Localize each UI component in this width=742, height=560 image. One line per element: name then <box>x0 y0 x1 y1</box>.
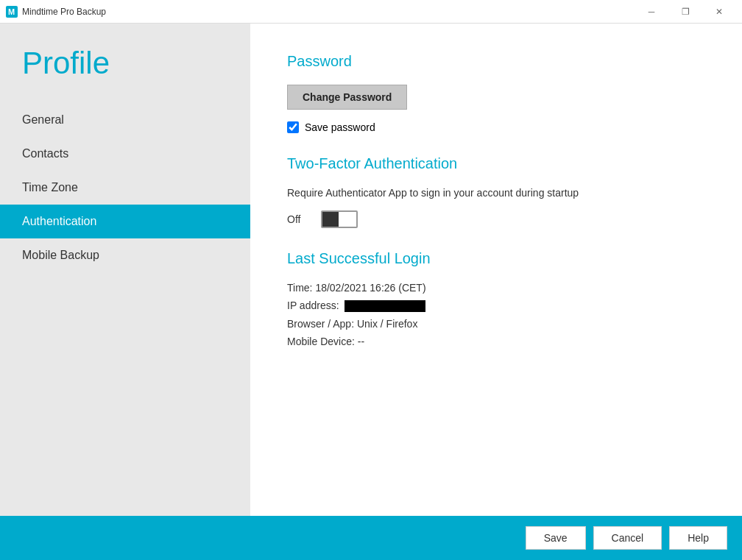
two-factor-section: Two-Factor Authentication Require Authen… <box>287 155 705 228</box>
login-mobile-row: Mobile Device: -- <box>287 336 705 347</box>
app-logo-icon: M <box>6 6 18 18</box>
login-mobile-value: -- <box>358 336 364 347</box>
save-password-checkbox[interactable] <box>287 121 299 133</box>
restore-button[interactable]: ❐ <box>668 0 702 24</box>
login-ip-value <box>344 300 425 312</box>
main-container: Profile General Contacts Time Zone Authe… <box>0 24 742 516</box>
cancel-button[interactable]: Cancel <box>593 526 662 550</box>
toggle-off-label: Off <box>287 213 309 225</box>
login-ip-label: IP address: <box>287 300 339 311</box>
window-controls: ─ ❐ ✕ <box>635 0 736 24</box>
minimize-button[interactable]: ─ <box>635 0 668 24</box>
titlebar-left: M Mindtime Pro Backup <box>6 6 106 18</box>
login-browser-value: Unix / Firefox <box>357 318 417 330</box>
toggle-row: Off <box>287 210 705 228</box>
password-section: Password Change Password Save password <box>287 53 705 133</box>
change-password-button[interactable]: Change Password <box>287 85 407 110</box>
sidebar-item-contacts[interactable]: Contacts <box>0 137 250 171</box>
two-factor-toggle[interactable] <box>321 210 358 228</box>
login-time-row: Time: 18/02/2021 16:26 (CET) <box>287 282 705 294</box>
titlebar: M Mindtime Pro Backup ─ ❐ ✕ <box>0 0 742 24</box>
last-login-title: Last Successful Login <box>287 250 705 267</box>
two-factor-title: Two-Factor Authentication <box>287 155 705 172</box>
save-button[interactable]: Save <box>526 526 586 550</box>
app-title: Mindtime Pro Backup <box>22 7 106 17</box>
login-browser-row: Browser / App: Unix / Firefox <box>287 318 705 330</box>
password-section-title: Password <box>287 53 705 70</box>
login-mobile-label: Mobile Device: <box>287 336 355 347</box>
login-ip-row: IP address: <box>287 300 705 312</box>
sidebar-item-timezone[interactable]: Time Zone <box>0 171 250 205</box>
two-factor-description: Require Authenticator App to sign in you… <box>287 187 705 199</box>
sidebar-title: Profile <box>0 38 250 103</box>
footer: Save Cancel Help <box>0 516 742 560</box>
sidebar-item-mobile-backup[interactable]: Mobile Backup <box>0 238 250 272</box>
sidebar-item-general[interactable]: General <box>0 103 250 137</box>
login-time-label: Time: <box>287 282 312 294</box>
save-password-row: Save password <box>287 121 705 133</box>
content-area: Password Change Password Save password T… <box>250 24 742 516</box>
save-password-label: Save password <box>305 121 375 133</box>
login-time-value: 18/02/2021 16:26 (CET) <box>315 282 425 294</box>
last-login-section: Last Successful Login Time: 18/02/2021 1… <box>287 250 705 347</box>
login-browser-label: Browser / App: <box>287 318 354 330</box>
svg-text:M: M <box>8 7 15 16</box>
close-button[interactable]: ✕ <box>702 0 736 24</box>
login-info: Time: 18/02/2021 16:26 (CET) IP address:… <box>287 282 705 347</box>
sidebar: Profile General Contacts Time Zone Authe… <box>0 24 250 516</box>
help-button[interactable]: Help <box>669 526 727 550</box>
toggle-knob <box>322 212 339 227</box>
sidebar-item-authentication[interactable]: Authentication <box>0 205 250 238</box>
